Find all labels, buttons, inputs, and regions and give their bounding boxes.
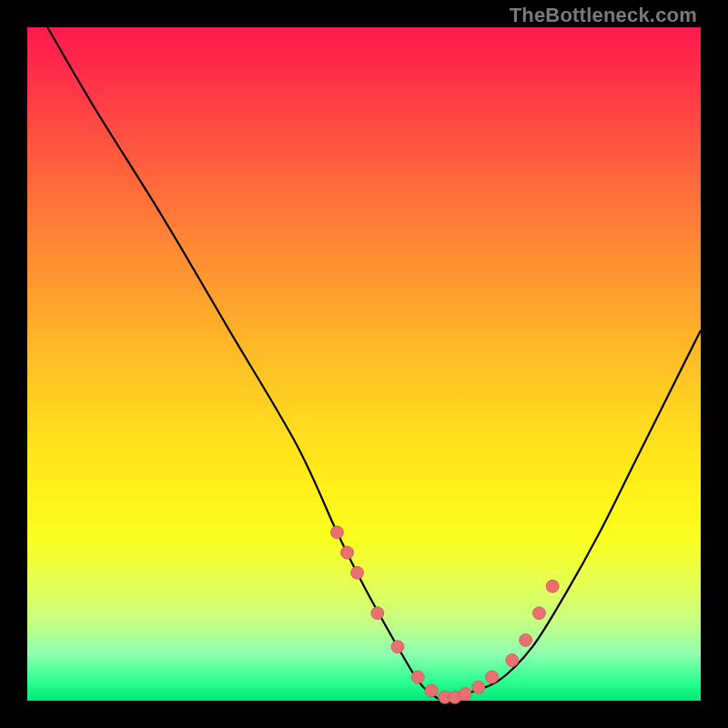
chart-frame: TheBottleneck.com	[0, 0, 728, 728]
marker-dot	[351, 566, 364, 579]
chart-svg	[27, 27, 701, 701]
marker-dot	[486, 671, 499, 683]
bottleneck-curve	[47, 27, 701, 701]
marker-dot	[411, 671, 424, 683]
marker-dot	[532, 607, 545, 620]
marker-dot	[459, 688, 471, 701]
marker-dots-group	[330, 526, 559, 703]
marker-dot	[371, 607, 384, 620]
marker-dot	[341, 546, 354, 559]
marker-dot	[391, 641, 404, 653]
marker-dot	[520, 633, 532, 646]
marker-dot	[472, 681, 485, 693]
marker-dot	[425, 684, 438, 697]
marker-dot	[506, 654, 519, 667]
marker-dot	[546, 580, 559, 592]
marker-dot	[330, 526, 343, 539]
plot-area	[27, 27, 701, 701]
watermark-text: TheBottleneck.com	[510, 4, 697, 27]
